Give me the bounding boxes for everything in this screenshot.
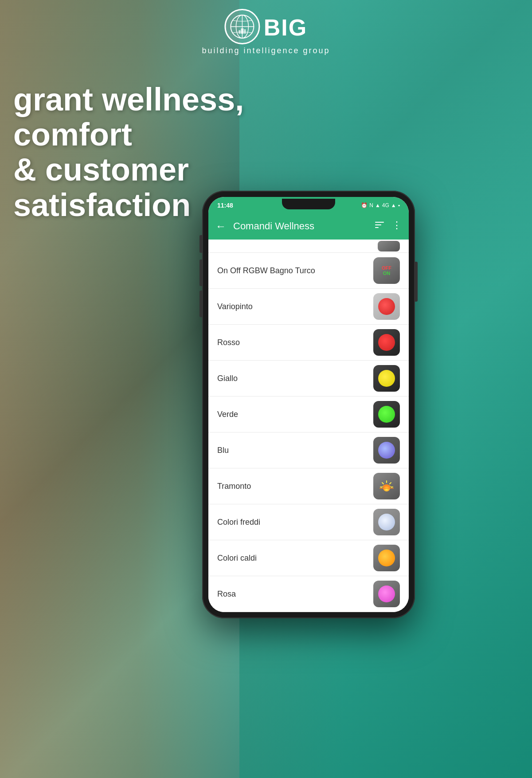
list-item[interactable]: Tramonto <box>208 468 409 504</box>
color-circle <box>378 406 395 423</box>
network-4g-icon: 4G <box>382 202 389 208</box>
list-item-partial <box>208 240 409 253</box>
phone-btn-mute <box>200 235 202 253</box>
alarm-icon: ⏰ <box>361 202 368 208</box>
app-bar: ← Comandi Wellness ⋮ <box>208 213 409 240</box>
toggle-icon[interactable]: OFF ON <box>373 257 400 284</box>
sunset-icon[interactable] <box>373 473 400 499</box>
item-label: Tramonto <box>217 482 251 491</box>
hero-line1: grant wellness, comfort <box>13 82 359 152</box>
list-item[interactable]: Giallo <box>208 361 409 397</box>
list-item[interactable]: Rosa <box>208 576 409 612</box>
phone-outer: 11:48 ⏰ N ▲ 4G ▲ ▪ ← Comandi Wellness <box>202 191 415 618</box>
svg-rect-8 <box>375 224 381 225</box>
svg-rect-9 <box>375 227 379 228</box>
item-label: Rosso <box>217 338 240 347</box>
app-bar-title: Comandi Wellness <box>233 220 367 232</box>
item-label: Giallo <box>217 374 238 383</box>
svg-rect-17 <box>379 488 394 489</box>
item-label: Variopinto <box>217 302 253 311</box>
phone-notch <box>282 199 335 209</box>
more-options-icon[interactable]: ⋮ <box>392 220 402 233</box>
status-icons: ⏰ N ▲ 4G ▲ ▪ <box>361 202 400 208</box>
logo-tagline: building intelligence group <box>202 46 330 55</box>
phone-btn-power <box>415 262 418 302</box>
color-circle <box>378 550 395 566</box>
item-label: Blu <box>217 446 229 455</box>
svg-rect-5 <box>241 28 244 34</box>
color-icon-rosa[interactable] <box>373 581 400 607</box>
color-circle <box>378 298 395 315</box>
item-label: Rosa <box>217 589 236 599</box>
color-icon-blu[interactable] <box>373 437 400 464</box>
color-icon-rosso[interactable] <box>373 329 400 356</box>
color-icon-freddi[interactable] <box>373 509 400 535</box>
color-circle <box>378 514 395 530</box>
app-bar-actions: ⋮ <box>374 220 402 233</box>
color-icon-variopinto[interactable] <box>373 293 400 320</box>
color-circle <box>378 442 395 459</box>
svg-rect-6 <box>244 29 246 34</box>
logo-circle <box>225 9 260 44</box>
status-time: 11:48 <box>217 202 233 209</box>
phone-btn-vol-down <box>200 291 202 317</box>
phone-mockup: 11:48 ⏰ N ▲ 4G ▲ ▪ ← Comandi Wellness <box>202 191 415 618</box>
color-icon-giallo[interactable] <box>373 365 400 392</box>
signal-bars-icon: ▲ <box>391 202 396 208</box>
back-button[interactable]: ← <box>215 220 226 232</box>
signal-icon: ▲ <box>375 202 380 208</box>
list-item[interactable]: Variopinto <box>208 289 409 325</box>
item-label: Verde <box>217 410 238 419</box>
phone-screen: 11:48 ⏰ N ▲ 4G ▲ ▪ ← Comandi Wellness <box>208 197 409 612</box>
item-label: On Off RGBW Bagno Turco <box>217 266 315 275</box>
list-item[interactable]: Colori caldi <box>208 540 409 576</box>
item-label: Colori caldi <box>217 554 257 563</box>
color-circle <box>378 370 395 387</box>
partial-item-icon <box>378 241 400 251</box>
list-container: On Off RGBW Bagno Turco OFF ON Variopint… <box>208 240 409 612</box>
toggle-on-label: ON <box>383 271 391 276</box>
color-circle <box>378 334 395 351</box>
svg-rect-4 <box>239 30 241 34</box>
nfc-icon: N <box>369 202 373 208</box>
list-item[interactable]: Verde <box>208 397 409 432</box>
logo-globe-icon <box>229 13 256 40</box>
list-item[interactable]: On Off RGBW Bagno Turco OFF ON <box>208 253 409 289</box>
color-icon-verde[interactable] <box>373 401 400 428</box>
logo-big-text: BIG <box>264 16 307 39</box>
logo-container: BIG building intelligence group <box>202 9 330 55</box>
list-item[interactable]: Rosso <box>208 325 409 361</box>
color-circle <box>378 585 395 602</box>
svg-rect-7 <box>375 222 384 223</box>
toggle-off-label: OFF <box>382 265 391 271</box>
list-item[interactable]: Blu <box>208 432 409 468</box>
phone-btn-vol-up <box>200 259 202 286</box>
battery-icon: ▪ <box>398 202 400 208</box>
item-label: Colori freddi <box>217 518 260 527</box>
sort-icon[interactable] <box>374 220 385 233</box>
color-icon-caldi[interactable] <box>373 545 400 571</box>
list-item[interactable]: Colori freddi <box>208 504 409 540</box>
